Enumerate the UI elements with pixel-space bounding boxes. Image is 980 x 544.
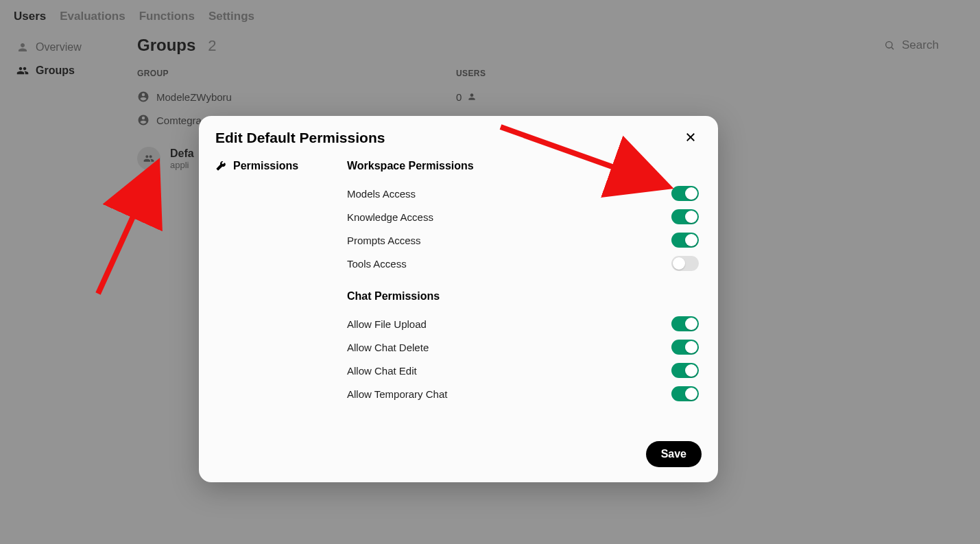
- perm-row-chat-edit: Allow Chat Edit: [347, 359, 699, 382]
- toggle-temporary-chat[interactable]: [671, 386, 699, 401]
- save-button[interactable]: Save: [646, 441, 702, 467]
- toggle-tools-access[interactable]: [671, 256, 699, 271]
- perm-label: Prompts Access: [347, 235, 421, 246]
- toggle-knowledge-access[interactable]: [671, 209, 699, 224]
- perm-label: Allow File Upload: [347, 318, 427, 330]
- perm-row-models-access: Models Access: [347, 182, 699, 205]
- perm-label: Allow Chat Edit: [347, 365, 417, 377]
- section-workspace-permissions: Workspace Permissions: [347, 160, 699, 172]
- perm-row-prompts-access: Prompts Access: [347, 228, 699, 252]
- wrench-icon: [215, 161, 226, 172]
- perm-row-knowledge-access: Knowledge Access: [347, 205, 699, 228]
- section-chat-permissions: Chat Permissions: [347, 290, 699, 303]
- modal-nav-permissions[interactable]: Permissions: [215, 157, 347, 175]
- modal-sidebar: Permissions: [215, 157, 347, 441]
- modal-close-button[interactable]: [682, 131, 699, 145]
- toggle-prompts-access[interactable]: [671, 233, 699, 248]
- edit-permissions-modal: Edit Default Permissions Permissions Wor…: [199, 116, 718, 482]
- perm-row-tools-access: Tools Access: [347, 252, 699, 275]
- perm-row-chat-delete: Allow Chat Delete: [347, 335, 699, 359]
- perm-row-temporary-chat: Allow Temporary Chat: [347, 382, 699, 405]
- perm-label: Allow Temporary Chat: [347, 388, 447, 400]
- modal-nav-label: Permissions: [233, 160, 298, 172]
- perm-label: Knowledge Access: [347, 211, 433, 223]
- perm-label: Models Access: [347, 188, 416, 200]
- modal-content: Workspace Permissions Models Access Know…: [347, 157, 702, 441]
- toggle-models-access[interactable]: [671, 186, 699, 201]
- perm-row-file-upload: Allow File Upload: [347, 312, 699, 335]
- toggle-chat-edit[interactable]: [671, 363, 699, 378]
- toggle-file-upload[interactable]: [671, 316, 699, 331]
- close-icon: [684, 131, 697, 143]
- perm-label: Tools Access: [347, 258, 407, 270]
- perm-label: Allow Chat Delete: [347, 342, 429, 353]
- modal-title: Edit Default Permissions: [215, 130, 385, 146]
- toggle-chat-delete[interactable]: [671, 340, 699, 355]
